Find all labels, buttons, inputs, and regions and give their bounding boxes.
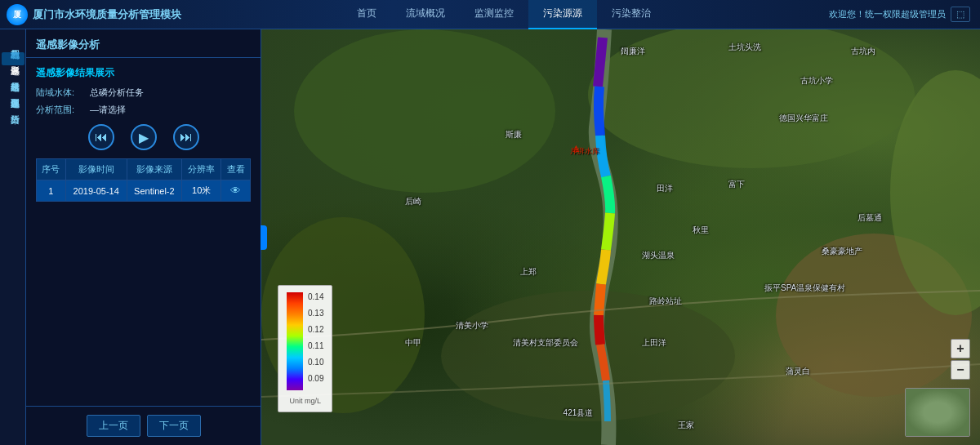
pagination: 上一页 下一页: [26, 406, 261, 445]
rewind-button[interactable]: ⏮: [88, 124, 114, 150]
nav-monitoring[interactable]: 监测监控: [460, 0, 528, 29]
next-page-button[interactable]: 下一页: [147, 415, 201, 437]
left-sidebar: 土地利用分析 遥感影像 遥感分析结果 遥感影像预处理 污染分析: [0, 29, 26, 445]
imagery-table: 序号 影像时间 影像来源 分辨率 查看 1 2019-05-14 Sentine…: [36, 158, 251, 202]
cell-source: Sentinel-2: [127, 180, 181, 202]
nav-pollution-control[interactable]: 污染整治: [597, 0, 666, 29]
legend-value-009: 0.09: [308, 374, 323, 384]
range-value: —请选择: [90, 104, 126, 116]
legend-unit: Unit mg/L: [287, 397, 323, 405]
svg-point-4: [441, 291, 735, 421]
river-overlay: [261, 29, 980, 445]
playback-controls: ⏮ ▶ ⏭: [36, 124, 251, 150]
svg-point-1: [588, 29, 915, 168]
legend-value-011: 0.11: [308, 341, 323, 351]
zoom-out-button[interactable]: −: [951, 360, 970, 380]
zoom-in-button[interactable]: +: [951, 339, 970, 358]
legend-value-010: 0.10: [308, 358, 323, 367]
map-area[interactable]: 阔廉洋 土坑头洗 古坑内 古坑小学 德国兴华富庄 斯廉 后崎 田洋 富下 秋里 …: [261, 29, 980, 445]
cell-resolution: 10米: [182, 180, 221, 202]
legend-gradient-bar: [287, 292, 303, 390]
sidebar-item-pollution[interactable]: 污染分析: [2, 101, 24, 114]
col-source: 影像来源: [127, 159, 181, 180]
nav-pollution-source[interactable]: 污染源源: [528, 0, 597, 29]
app-title: 厦门市水环境质量分析管理模块: [33, 7, 181, 22]
cell-date: 2019-05-14: [65, 180, 127, 202]
col-date: 影像时间: [65, 159, 127, 180]
panel-content: 遥感影像结果展示 陆域水体: 总磷分析任务 分析范围: —请选择 ⏮ ▶ ⏭ 序…: [26, 58, 261, 406]
app-header: 厦 厦门市水环境质量分析管理模块 首页 流域概况 监测监控 污染源源 污染整治 …: [0, 0, 980, 29]
color-legend: 0.14 0.13 0.12 0.11 0.10 0.09 Unit mg/L: [278, 285, 332, 412]
sidebar-item-analysis[interactable]: 遥感分析结果: [2, 69, 24, 82]
location-label: 斥湃水库: [570, 146, 599, 157]
sidebar-item-processing[interactable]: 遥感影像预处理: [2, 85, 24, 98]
logout-button[interactable]: ⬚: [951, 7, 970, 22]
range-label: 分析范围:: [36, 104, 85, 116]
sidebar-item-land[interactable]: 土地利用分析: [2, 36, 24, 49]
legend-value-014: 0.14: [308, 292, 323, 302]
panel-indicator: [261, 225, 267, 250]
view-icon: 👁: [230, 185, 241, 197]
legend-labels: 0.14 0.13 0.12 0.11 0.10 0.09: [308, 292, 323, 384]
sidebar-item-remote[interactable]: 遥感影像: [2, 52, 24, 65]
col-id: 序号: [37, 159, 66, 180]
logo-icon: 厦: [7, 4, 28, 25]
nav-home[interactable]: 首页: [342, 0, 391, 29]
cell-id: 1: [37, 180, 66, 202]
main-nav: 首页 流域概况 监测监控 污染源源 污染整治: [188, 0, 819, 29]
legend-value-012: 0.12: [308, 325, 323, 335]
water-value: 总磷分析任务: [90, 87, 144, 99]
form-row-water: 陆域水体: 总磷分析任务: [36, 87, 251, 99]
col-resolution: 分辨率: [182, 159, 221, 180]
form-row-range: 分析范围: —请选择: [36, 104, 251, 116]
play-button[interactable]: ▶: [131, 124, 157, 150]
cell-view[interactable]: 👁: [221, 180, 251, 202]
svg-point-0: [294, 29, 555, 193]
water-label: 陆域水体:: [36, 87, 85, 99]
header-user-info: 欢迎您！统一权限超级管理员 ⬚: [819, 7, 980, 22]
logo-area: 厦 厦门市水环境质量分析管理模块: [0, 4, 188, 25]
nav-watershed[interactable]: 流域概况: [391, 0, 460, 29]
fast-forward-button[interactable]: ⏭: [173, 124, 199, 150]
welcome-text: 欢迎您！统一权限超级管理员: [829, 8, 946, 20]
col-view: 查看: [221, 159, 251, 180]
map-zoom-controls: + −: [951, 339, 970, 380]
mini-map-content: [906, 389, 969, 436]
prev-page-button[interactable]: 上一页: [87, 415, 140, 437]
section-title: 遥感影像结果展示: [36, 66, 251, 80]
legend-value-013: 0.13: [308, 309, 323, 318]
panel-title: 遥感影像分析: [26, 29, 261, 58]
mini-map[interactable]: [905, 388, 970, 437]
main-panel: 遥感影像分析 遥感影像结果展示 陆域水体: 总磷分析任务 分析范围: —请选择 …: [26, 29, 261, 445]
table-row[interactable]: 1 2019-05-14 Sentinel-2 10米 👁: [37, 180, 251, 202]
